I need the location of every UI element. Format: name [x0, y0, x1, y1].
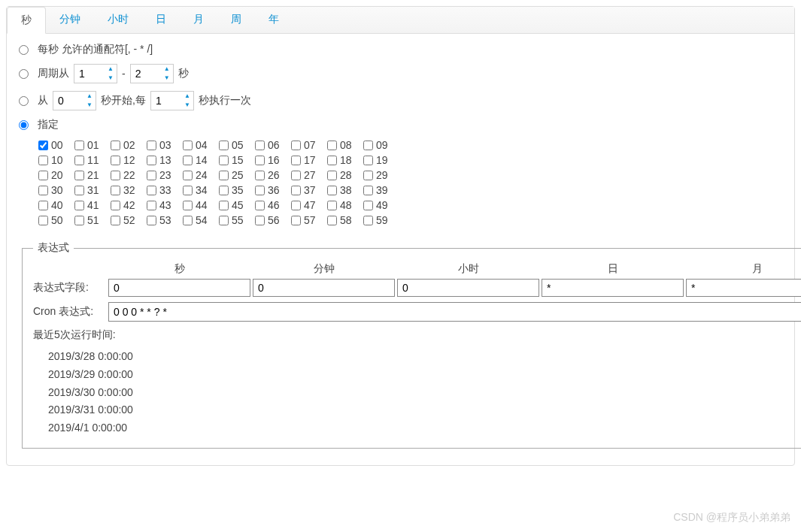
second-cb-36[interactable] [255, 186, 265, 195]
second-checkbox-26[interactable]: 26 [255, 169, 291, 181]
second-checkbox-00[interactable]: 00 [38, 139, 74, 151]
second-cb-18[interactable] [327, 156, 337, 165]
second-checkbox-38[interactable]: 38 [327, 184, 363, 196]
tab-1[interactable]: 分钟 [46, 7, 94, 33]
second-cb-45[interactable] [219, 201, 229, 210]
second-checkbox-05[interactable]: 05 [219, 139, 255, 151]
second-cb-43[interactable] [147, 201, 156, 210]
second-checkbox-53[interactable]: 53 [147, 214, 183, 226]
second-cb-52[interactable] [111, 216, 120, 225]
second-cb-17[interactable] [291, 156, 301, 165]
second-checkbox-24[interactable]: 24 [183, 169, 219, 181]
second-checkbox-20[interactable]: 20 [38, 169, 74, 181]
second-checkbox-27[interactable]: 27 [291, 169, 327, 181]
second-checkbox-33[interactable]: 33 [147, 184, 183, 196]
second-checkbox-11[interactable]: 11 [74, 154, 111, 166]
second-checkbox-03[interactable]: 03 [147, 139, 183, 151]
second-checkbox-25[interactable]: 25 [219, 169, 255, 181]
radio-interval[interactable] [19, 96, 29, 106]
second-cb-00[interactable] [38, 141, 48, 150]
second-cb-34[interactable] [183, 186, 193, 195]
second-cb-55[interactable] [219, 216, 229, 225]
second-checkbox-49[interactable]: 49 [363, 199, 399, 211]
second-checkbox-34[interactable]: 34 [183, 184, 219, 196]
second-checkbox-23[interactable]: 23 [147, 169, 183, 181]
second-checkbox-04[interactable]: 04 [183, 139, 219, 151]
tab-2[interactable]: 小时 [94, 7, 142, 33]
second-cb-27[interactable] [291, 171, 301, 180]
second-cb-42[interactable] [111, 201, 120, 210]
second-cb-20[interactable] [38, 171, 48, 180]
second-cb-33[interactable] [147, 186, 156, 195]
second-checkbox-44[interactable]: 44 [183, 199, 219, 211]
second-cb-31[interactable] [74, 186, 84, 195]
second-cb-26[interactable] [255, 171, 265, 180]
second-checkbox-56[interactable]: 56 [255, 214, 291, 226]
second-cb-12[interactable] [111, 156, 120, 165]
second-checkbox-02[interactable]: 02 [111, 139, 147, 151]
tab-5[interactable]: 周 [217, 7, 255, 33]
second-cb-32[interactable] [111, 186, 120, 195]
second-checkbox-32[interactable]: 32 [111, 184, 147, 196]
second-checkbox-10[interactable]: 10 [38, 154, 74, 166]
second-cb-15[interactable] [219, 156, 229, 165]
expr-field-0[interactable] [108, 279, 250, 297]
tab-0[interactable]: 秒 [7, 7, 46, 34]
cron-expression-input[interactable] [108, 302, 801, 322]
second-cb-25[interactable] [219, 171, 229, 180]
second-cb-28[interactable] [327, 171, 337, 180]
second-checkbox-58[interactable]: 58 [327, 214, 363, 226]
second-checkbox-09[interactable]: 09 [363, 139, 399, 151]
second-checkbox-13[interactable]: 13 [147, 154, 183, 166]
second-checkbox-22[interactable]: 22 [111, 169, 147, 181]
radio-specify[interactable] [19, 120, 29, 130]
second-cb-54[interactable] [183, 216, 193, 225]
spinner-icon[interactable]: ▲▼ [105, 65, 117, 83]
radio-wildcard[interactable] [19, 45, 29, 55]
second-cb-39[interactable] [363, 186, 373, 195]
second-checkbox-08[interactable]: 08 [327, 139, 363, 151]
second-cb-16[interactable] [255, 156, 265, 165]
second-checkbox-06[interactable]: 06 [255, 139, 291, 151]
second-cb-24[interactable] [183, 171, 193, 180]
spinner-icon[interactable]: ▲▼ [83, 92, 96, 110]
second-checkbox-15[interactable]: 15 [219, 154, 255, 166]
second-cb-02[interactable] [111, 141, 120, 150]
tab-4[interactable]: 月 [180, 7, 217, 33]
second-cb-08[interactable] [327, 141, 337, 150]
expr-field-1[interactable] [253, 279, 395, 297]
second-checkbox-48[interactable]: 48 [327, 199, 363, 211]
second-checkbox-01[interactable]: 01 [74, 139, 111, 151]
second-checkbox-45[interactable]: 45 [219, 199, 255, 211]
second-cb-21[interactable] [74, 171, 84, 180]
second-checkbox-42[interactable]: 42 [111, 199, 147, 211]
second-cb-59[interactable] [363, 216, 373, 225]
second-checkbox-46[interactable]: 46 [255, 199, 291, 211]
second-cb-05[interactable] [219, 141, 229, 150]
second-checkbox-28[interactable]: 28 [327, 169, 363, 181]
second-cb-53[interactable] [147, 216, 156, 225]
second-checkbox-36[interactable]: 36 [255, 184, 291, 196]
tab-3[interactable]: 日 [142, 7, 180, 33]
second-cb-30[interactable] [38, 186, 48, 195]
second-cb-48[interactable] [327, 201, 337, 210]
second-cb-51[interactable] [74, 216, 84, 225]
second-cb-56[interactable] [255, 216, 265, 225]
second-cb-37[interactable] [291, 186, 301, 195]
second-checkbox-35[interactable]: 35 [219, 184, 255, 196]
second-cb-09[interactable] [363, 141, 373, 150]
second-cb-23[interactable] [147, 171, 156, 180]
second-checkbox-52[interactable]: 52 [111, 214, 147, 226]
second-checkbox-14[interactable]: 14 [183, 154, 219, 166]
second-checkbox-07[interactable]: 07 [291, 139, 327, 151]
second-checkbox-16[interactable]: 16 [255, 154, 291, 166]
expr-field-3[interactable] [542, 279, 684, 297]
second-cb-35[interactable] [219, 186, 229, 195]
second-checkbox-50[interactable]: 50 [38, 214, 74, 226]
second-cb-47[interactable] [291, 201, 301, 210]
second-cb-40[interactable] [38, 201, 48, 210]
second-checkbox-12[interactable]: 12 [111, 154, 147, 166]
second-cb-10[interactable] [38, 156, 48, 165]
second-checkbox-51[interactable]: 51 [74, 214, 111, 226]
second-cb-58[interactable] [327, 216, 337, 225]
